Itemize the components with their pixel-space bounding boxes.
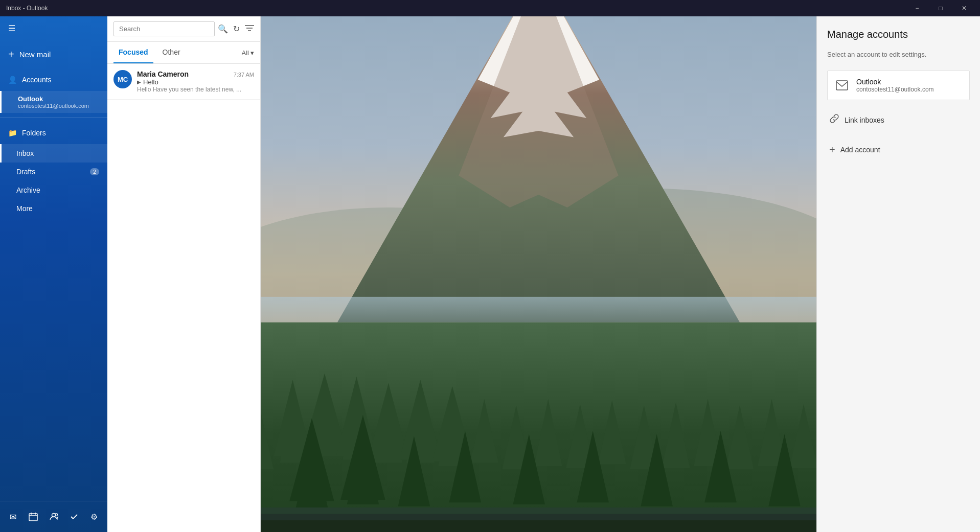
mail-list-panel: 🔍 ↻ Focused Other All ▾ MC bbox=[107, 16, 261, 532]
sidebar: ☰ + New mail 👤 Accounts Outlook contosot… bbox=[0, 16, 107, 532]
account-item[interactable]: Outlook contosotest11@outlook.com bbox=[0, 91, 107, 113]
mail-preview: Hello Have you seen the latest new, ... bbox=[137, 86, 254, 93]
add-account-action[interactable]: + Add account bbox=[827, 140, 970, 160]
calendar-bottom-button[interactable] bbox=[25, 507, 43, 526]
archive-label: Archive bbox=[16, 186, 40, 194]
filter-chevron-icon: ▾ bbox=[250, 49, 254, 57]
avatar: MC bbox=[113, 70, 132, 88]
subject-text: Hello bbox=[143, 78, 158, 86]
filter-all-button[interactable]: All ▾ bbox=[242, 49, 254, 57]
mail-info: Maria Cameron 7:37 AM ▶ Hello Hello Have… bbox=[137, 70, 254, 93]
new-mail-button[interactable]: + New mail bbox=[0, 40, 107, 68]
window-controls: − □ ✕ bbox=[905, 0, 976, 16]
mail-item[interactable]: MC Maria Cameron 7:37 AM ▶ Hello Hello H… bbox=[107, 64, 260, 100]
maximize-button[interactable]: □ bbox=[929, 0, 952, 16]
filter-all-label: All bbox=[242, 49, 249, 57]
mail-sender: Maria Cameron bbox=[137, 70, 189, 78]
window-title: Inbox - Outlook bbox=[4, 5, 48, 12]
filter-button[interactable] bbox=[245, 25, 254, 33]
mail-tabs: Focused Other All ▾ bbox=[107, 42, 260, 64]
plus-icon: + bbox=[8, 49, 14, 60]
close-button[interactable]: ✕ bbox=[952, 0, 976, 16]
sidebar-content: ☰ + New mail 👤 Accounts Outlook contosot… bbox=[0, 16, 107, 532]
sidebar-item-archive[interactable]: Archive bbox=[0, 181, 107, 199]
add-account-label: Add account bbox=[840, 146, 880, 154]
new-mail-label: New mail bbox=[19, 50, 51, 59]
app-body: ☰ + New mail 👤 Accounts Outlook contosot… bbox=[0, 16, 980, 532]
sidebar-divider bbox=[0, 117, 107, 118]
folders-label: Folders bbox=[22, 129, 46, 137]
search-input[interactable] bbox=[113, 21, 215, 36]
accounts-section[interactable]: 👤 Accounts bbox=[0, 68, 107, 91]
svg-rect-54 bbox=[836, 81, 848, 90]
link-inboxes-label: Link inboxes bbox=[845, 116, 884, 124]
mail-bottom-button[interactable]: ✉ bbox=[4, 507, 22, 526]
minimize-button[interactable]: − bbox=[905, 0, 929, 16]
main-content bbox=[261, 16, 816, 532]
todo-bottom-button[interactable] bbox=[65, 507, 83, 526]
link-inboxes-action[interactable]: Link inboxes bbox=[827, 108, 970, 131]
people-bottom-button[interactable] bbox=[44, 507, 63, 526]
account-name: Outlook bbox=[18, 95, 99, 103]
folder-icon: 📁 bbox=[8, 129, 17, 137]
drafts-label: Drafts bbox=[16, 168, 35, 176]
more-label: More bbox=[16, 204, 33, 213]
tab-other[interactable]: Other bbox=[157, 42, 186, 63]
manage-accounts-panel: Manage accounts Select an account to edi… bbox=[816, 16, 980, 532]
account-card-info: Outlook contosotest11@outlook.com bbox=[856, 78, 963, 93]
account-card-name: Outlook bbox=[856, 78, 963, 86]
hamburger-icon: ☰ bbox=[8, 24, 15, 33]
settings-bottom-button[interactable]: ⚙ bbox=[85, 507, 103, 526]
accounts-label: Accounts bbox=[22, 76, 52, 84]
svg-rect-0 bbox=[29, 514, 37, 521]
link-icon bbox=[829, 113, 839, 126]
account-email: contosotest11@outlook.com bbox=[18, 103, 99, 109]
outlook-account-card[interactable]: Outlook contosotest11@outlook.com bbox=[827, 71, 970, 100]
manage-accounts-title: Manage accounts bbox=[827, 29, 970, 40]
tab-focused[interactable]: Focused bbox=[113, 42, 153, 63]
search-bar: 🔍 ↻ bbox=[107, 16, 260, 42]
sidebar-item-drafts[interactable]: Drafts 2 bbox=[0, 163, 107, 181]
account-card-email: contosotest11@outlook.com bbox=[856, 86, 963, 93]
tab-focused-label: Focused bbox=[119, 48, 148, 56]
hamburger-button[interactable]: ☰ bbox=[0, 16, 107, 40]
drafts-badge: 2 bbox=[90, 168, 99, 175]
mail-header: Maria Cameron 7:37 AM bbox=[137, 70, 254, 78]
sidebar-item-inbox[interactable]: Inbox bbox=[0, 144, 107, 163]
refresh-button[interactable]: ↻ bbox=[231, 22, 242, 36]
tab-other-label: Other bbox=[163, 48, 180, 56]
mail-time: 7:37 AM bbox=[234, 72, 254, 78]
svg-rect-53 bbox=[261, 507, 816, 520]
add-icon: + bbox=[829, 145, 835, 155]
mail-subject: ▶ Hello bbox=[137, 78, 254, 86]
manage-accounts-subtitle: Select an account to edit settings. bbox=[827, 51, 970, 58]
title-bar: Inbox - Outlook − □ ✕ bbox=[0, 0, 980, 16]
search-button[interactable]: 🔍 bbox=[218, 24, 228, 34]
sidebar-bottom-nav: ✉ bbox=[0, 501, 107, 532]
sidebar-item-more[interactable]: More bbox=[0, 199, 107, 218]
inbox-label: Inbox bbox=[16, 149, 34, 157]
envelope-icon bbox=[834, 77, 850, 94]
reply-icon: ▶ bbox=[137, 79, 141, 85]
folders-section[interactable]: 📁 Folders bbox=[0, 122, 107, 144]
person-icon: 👤 bbox=[8, 76, 17, 84]
